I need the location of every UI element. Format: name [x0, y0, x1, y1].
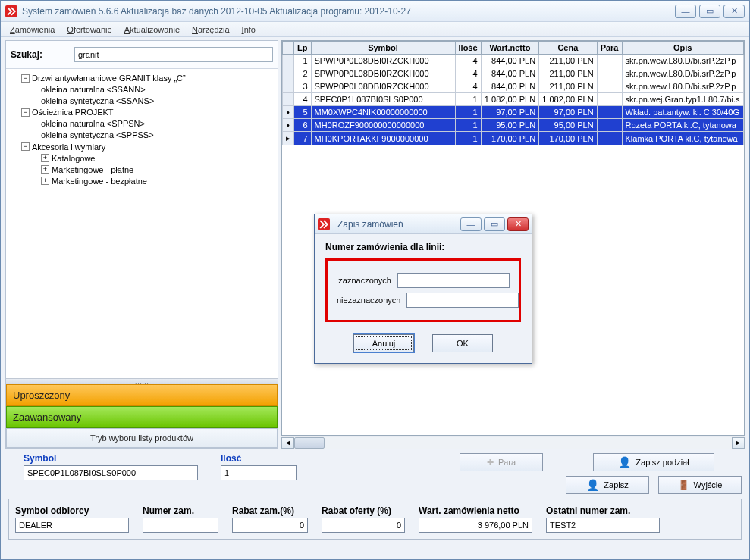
cell-wart: 95,00 PLN [481, 119, 538, 132]
input-ostatninum[interactable] [546, 518, 660, 533]
menu-narzedzia[interactable]: Narzędzia [186, 23, 236, 36]
cell-para [597, 119, 622, 132]
cell-wart: 844,00 PLN [481, 67, 538, 80]
input-numerzam[interactable] [143, 518, 218, 533]
scroll-right-icon[interactable]: ► [732, 437, 745, 449]
tree-node[interactable]: okleina syntetyczna <SPPSS> [41, 131, 154, 140]
cell-cena: 97,00 PLN [539, 106, 597, 119]
table-row[interactable]: •5MM0XWPC4NIK00000000000197,00 PLN97,00 … [283, 106, 744, 119]
table-row[interactable]: 2SPWP0P0L08DBI0RZCKH0004844,00 PLN211,00… [283, 67, 744, 80]
dialog-minimize-button[interactable]: — [460, 217, 482, 231]
table-row[interactable]: •6MH0ROZF900000000000000195,00 PLN95,00 … [283, 119, 744, 132]
cancel-button[interactable]: Anuluj [353, 334, 414, 352]
grid-head-cena[interactable]: Cena [539, 42, 597, 55]
input-niezaznaczonych[interactable] [406, 293, 519, 308]
cell-lp: 6 [294, 119, 312, 132]
cell-cena: 211,00 PLN [539, 55, 597, 67]
input-zaznaczonych[interactable] [397, 273, 510, 288]
menu-aktualizowanie[interactable]: Aktualizowanie [118, 23, 186, 36]
cell-wart: 170,00 PLN [481, 132, 538, 145]
input-odbiorca[interactable] [15, 518, 129, 533]
tree-node[interactable]: Marketingowe - bezpłatne [52, 177, 147, 186]
menu-ofertowanie[interactable]: Ofertowanie [61, 23, 118, 36]
dialog-maximize-button[interactable]: ▭ [484, 217, 505, 231]
grid-head-wart[interactable]: Wart.netto [481, 42, 538, 55]
table-row[interactable]: 4SPEC0P1L087BI0SLS0P00011 082,00 PLN1 08… [283, 93, 744, 106]
symbol-label: Symbol [24, 453, 198, 465]
minimize-button[interactable]: — [675, 5, 696, 18]
scroll-left-icon[interactable]: ◄ [281, 437, 294, 449]
search-input[interactable] [74, 47, 273, 62]
product-list-mode-button[interactable]: Tryb wyboru listy produktów [6, 428, 278, 448]
tree-node[interactable]: okleina naturalna <SPPSN> [41, 119, 145, 128]
cell-cena: 95,00 PLN [539, 119, 597, 132]
scroll-thumb[interactable] [294, 437, 325, 449]
menu-info[interactable]: Info [236, 23, 262, 36]
tree-toggle-icon[interactable]: + [41, 177, 49, 185]
left-panel: Szukaj: −Drzwi antywłamaniowe GRANIT kla… [5, 40, 278, 449]
menu-zamowienia[interactable]: Zamówienia [4, 23, 61, 36]
table-row[interactable]: 1SPWP0P0L08DBI0RZCKH0004844,00 PLN211,00… [283, 55, 744, 67]
dialog-titlebar: Zapis zamówień — ▭ ✕ [315, 214, 532, 234]
cell-lp: 3 [294, 80, 312, 93]
label-wartzam: Wart. zamówienia netto [419, 505, 532, 518]
tree-toggle-icon[interactable]: − [21, 108, 30, 117]
advanced-mode-button[interactable]: Zaawansowany [6, 406, 278, 428]
ilosc-input[interactable] [221, 465, 297, 480]
cell-lp: 1 [294, 55, 312, 67]
input-rabatzam[interactable] [232, 518, 308, 533]
grid-head-ilosc[interactable]: Ilość [455, 42, 481, 55]
grid-head-marker [283, 42, 294, 55]
input-wartzam[interactable] [419, 518, 532, 533]
tree-toggle-icon[interactable]: − [21, 74, 30, 83]
tree-node[interactable]: Katalogowe [52, 154, 96, 163]
cell-wart: 844,00 PLN [481, 80, 538, 93]
app-icon [5, 5, 17, 17]
maximize-button[interactable]: ▭ [699, 5, 720, 18]
input-rabatoferty[interactable] [322, 518, 405, 533]
ok-button[interactable]: OK [432, 334, 493, 352]
grid-head-para[interactable]: Para [597, 42, 622, 55]
tree-node[interactable]: Ościeżnica PROJEKT [32, 108, 114, 117]
cell-symbol: SPEC0P1L087BI0SLS0P000 [311, 93, 455, 106]
table-row[interactable]: ▸7MH0KPORTAKKF90000000001170,00 PLN170,0… [283, 132, 744, 145]
zapisz-button[interactable]: 👤 Zapisz [566, 476, 649, 494]
zapisz-podzial-button[interactable]: 👤 Zapisz podział [593, 453, 714, 471]
row-marker: ▸ [283, 132, 294, 145]
scroll-track[interactable] [294, 437, 732, 449]
window-controls: — ▭ ✕ [675, 5, 745, 18]
wyjscie-button[interactable]: 🚪 Wyjście [658, 476, 742, 494]
run-icon: 👤 [618, 456, 631, 468]
dialog-close-button[interactable]: ✕ [507, 217, 529, 231]
close-button[interactable]: ✕ [723, 5, 745, 18]
label-zaznaczonych: zaznaczonych [337, 276, 397, 285]
grid-head-opis[interactable]: Opis [622, 42, 743, 55]
row-marker [283, 67, 294, 80]
tree-toggle-icon[interactable]: − [21, 142, 30, 151]
symbol-input[interactable] [24, 465, 198, 480]
para-button[interactable]: ✚ Para [460, 453, 543, 471]
window-title: System zamówień 5.6.6 Aktualizacja baz d… [22, 6, 675, 17]
tree-toggle-icon[interactable]: + [41, 154, 49, 162]
horizontal-scrollbar[interactable]: ◄ ► [281, 436, 745, 449]
tree-node[interactable]: okleina naturalna <SSANN> [41, 85, 146, 94]
cell-symbol: SPWP0P0L08DBI0RZCKH000 [311, 80, 455, 93]
cell-para [597, 80, 622, 93]
cell-para [597, 67, 622, 80]
cell-lp: 5 [294, 106, 312, 119]
splitter-grip[interactable]: ······ [6, 378, 278, 384]
tree-node[interactable]: okleina syntetyczna <SSANS> [41, 96, 154, 105]
cell-opis: skr.pn.wej.Gran.typ1.L80.7/bi.s [622, 93, 743, 106]
cell-opis: skr.pn.wew.L80.D/bi.srP.2zP.p [622, 67, 743, 80]
bottom-panel: Symbol odbiorcy Numer zam. Rabat zam.(%)… [8, 499, 742, 540]
tree-node[interactable]: Drzwi antywłamaniowe GRANIT klasy „C” [32, 74, 186, 83]
label-ostatninum: Ostatni numer zam. [546, 505, 660, 518]
table-row[interactable]: 3SPWP0P0L08DBI0RZCKH0004844,00 PLN211,00… [283, 80, 744, 93]
tree-toggle-icon[interactable]: + [41, 165, 49, 174]
simple-mode-button[interactable]: Uproszczony [6, 384, 278, 406]
product-tree[interactable]: −Drzwi antywłamaniowe GRANIT klasy „C” o… [6, 69, 278, 378]
tree-node[interactable]: Akcesoria i wymiary [32, 142, 105, 152]
grid-head-symbol[interactable]: Symbol [311, 42, 455, 55]
tree-node[interactable]: Marketingowe - płatne [52, 165, 133, 174]
grid-head-lp[interactable]: Lp [294, 42, 312, 55]
